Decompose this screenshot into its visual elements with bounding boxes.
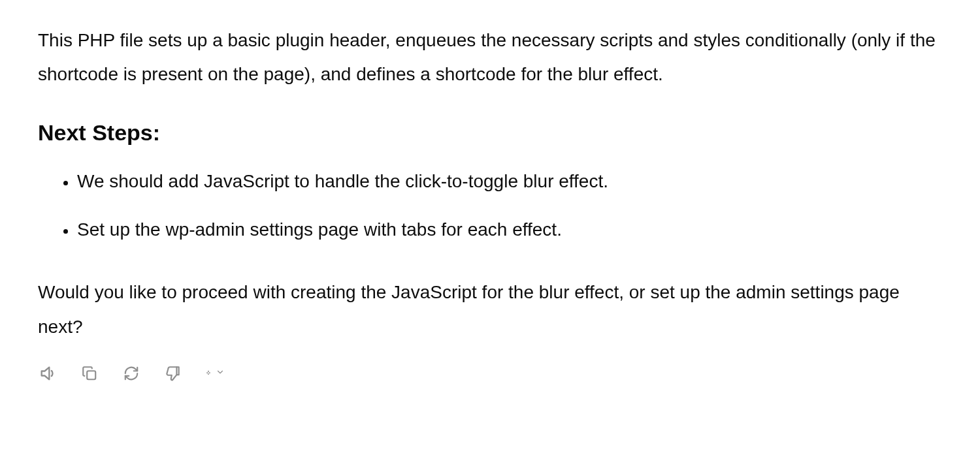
message-content: This PHP file sets up a basic plugin hea… (0, 0, 980, 383)
list-item: Set up the wp-admin settings page with t… (77, 216, 942, 243)
copy-icon[interactable] (80, 364, 99, 383)
intro-paragraph: This PHP file sets up a basic plugin hea… (38, 24, 942, 91)
refresh-icon[interactable] (122, 364, 141, 383)
list-item: We should add JavaScript to handle the c… (77, 168, 942, 195)
next-steps-list: We should add JavaScript to handle the c… (38, 168, 942, 243)
sparkle-icon[interactable] (205, 364, 225, 383)
list-item-text: We should add JavaScript to handle the c… (77, 171, 608, 191)
list-item-text: Set up the wp-admin settings page with t… (77, 219, 562, 240)
message-toolbar (38, 364, 942, 383)
chevron-down-icon (216, 368, 225, 379)
svg-rect-0 (87, 371, 95, 379)
closing-paragraph: Would you like to proceed with creating … (38, 275, 942, 344)
thumbs-down-icon[interactable] (163, 364, 183, 383)
next-steps-heading: Next Steps: (38, 120, 942, 146)
speaker-icon[interactable] (38, 364, 57, 383)
